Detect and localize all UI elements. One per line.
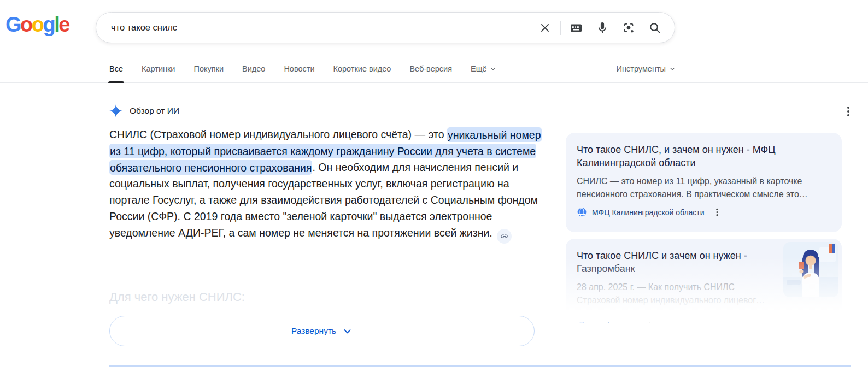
source-menu-button[interactable]: [646, 314, 654, 323]
source-card-title[interactable]: Что такое СНИЛС, и зачем он нужен - МФЦ …: [577, 143, 831, 169]
ai-overview-menu-button[interactable]: [842, 104, 855, 119]
voice-search-button[interactable]: [589, 16, 615, 39]
tab-videos[interactable]: Видео: [242, 55, 265, 83]
expand-button[interactable]: Развернуть: [109, 316, 535, 346]
microphone-icon: [596, 21, 609, 34]
source-attribution[interactable]: МФЦ Калининградской области: [577, 207, 831, 217]
search-bar-icons: [532, 16, 675, 39]
search-input[interactable]: [96, 13, 532, 43]
tab-shopping[interactable]: Покупки: [193, 55, 224, 83]
keyboard-button[interactable]: [563, 16, 589, 39]
source-card-title[interactable]: Что такое СНИЛС и зачем он нужен - Газпр…: [577, 249, 780, 275]
tab-more[interactable]: Ещё: [471, 55, 496, 83]
source-card[interactable]: Что такое СНИЛС, и зачем он нужен - МФЦ …: [566, 133, 842, 232]
tab-news[interactable]: Новости: [284, 55, 314, 83]
tab-all[interactable]: Все: [109, 55, 123, 83]
ai-sparkle-icon: [109, 104, 122, 117]
search-icon: [648, 21, 661, 34]
tab-web[interactable]: Веб-версия: [409, 55, 452, 83]
source-card[interactable]: Что такое СНИЛС и зачем он нужен - Газпр…: [566, 239, 842, 321]
source-card-snippet: СНИЛС — это номер из 11 цифр, указанный …: [577, 175, 831, 201]
ai-overview-paragraph: СНИЛС (Страховой номер индивидуального л…: [109, 126, 541, 244]
chevron-down-icon: [342, 326, 353, 336]
illustration-woman-with-card: [783, 242, 838, 297]
kebab-menu-icon: [843, 105, 854, 118]
ai-overview-header: Обзор от ИИ: [109, 104, 179, 117]
search-bar-divider: [560, 21, 561, 35]
search-submit-button[interactable]: [642, 16, 668, 39]
ai-overview-title: Обзор от ИИ: [130, 106, 179, 116]
chevron-down-icon: [490, 66, 496, 72]
citation-link-button[interactable]: [497, 229, 512, 244]
link-icon: [500, 232, 508, 240]
kebab-menu-icon: [646, 314, 654, 323]
source-attribution[interactable]: Газпромбанк: [577, 314, 831, 324]
tab-short-videos[interactable]: Короткие видео: [333, 55, 391, 83]
source-menu-button[interactable]: [713, 208, 721, 217]
ai-text-plain: СНИЛС (Страховой номер индивидуального л…: [109, 128, 447, 140]
section-divider: [109, 365, 851, 367]
search-result-tabs: Все Картинки Покупки Видео Новости Корот…: [0, 55, 868, 83]
search-bar[interactable]: [96, 12, 675, 43]
ai-overview-sources: Что такое СНИЛС, и зачем он нужен - МФЦ …: [566, 133, 842, 321]
tab-images[interactable]: Картинки: [142, 55, 175, 83]
kebab-menu-icon: [713, 208, 721, 217]
globe-icon: [577, 207, 587, 217]
source-name: Газпромбанк: [592, 315, 637, 323]
google-lens-icon: [622, 21, 635, 34]
ai-overview-faded-heading: Для чего нужен СНИЛС:: [109, 290, 245, 304]
keyboard-icon: [570, 21, 583, 34]
clear-button[interactable]: [532, 16, 558, 39]
article-thumbnail[interactable]: [783, 242, 838, 297]
globe-icon: [577, 314, 587, 324]
source-name: МФЦ Калининградской области: [592, 208, 705, 217]
source-card-snippet: 28 апр. 2025 г. — Как получить СНИЛС Стр…: [577, 281, 780, 307]
google-logo[interactable]: Google: [5, 13, 69, 37]
lens-search-button[interactable]: [615, 16, 642, 39]
chevron-down-icon: [669, 66, 676, 72]
close-icon: [538, 21, 552, 34]
tools-button[interactable]: Инструменты: [617, 64, 676, 73]
